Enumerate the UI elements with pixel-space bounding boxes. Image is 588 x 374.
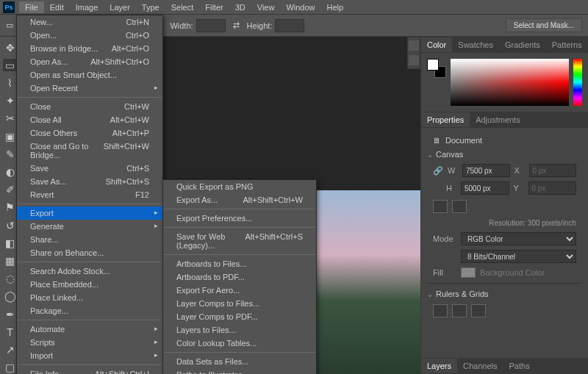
link-icon[interactable]: 🔗 [433, 166, 443, 176]
menu-item[interactable]: Export [17, 206, 162, 220]
tab-gradients[interactable]: Gradients [499, 37, 546, 52]
menu-item[interactable]: Share... [17, 233, 162, 246]
menu-item[interactable]: Search Adobe Stock... [17, 265, 162, 278]
pen-tool-icon[interactable]: ✒ [3, 308, 18, 320]
height-field[interactable] [461, 181, 509, 195]
collapsed-icon[interactable] [409, 55, 419, 65]
heal-tool-icon[interactable]: ◐ [3, 165, 18, 178]
menu-item[interactable]: Open As...Alt+Shift+Ctrl+O [17, 55, 162, 68]
orientation-landscape-icon[interactable] [452, 200, 467, 213]
menu-item[interactable]: Close and Go to Bridge...Shift+Ctrl+W [17, 140, 162, 162]
menu-filter[interactable]: Filter [199, 1, 229, 13]
menu-layer[interactable]: Layer [104, 1, 136, 13]
menu-item[interactable]: Automate [17, 323, 162, 336]
mode-select[interactable]: RGB Color [461, 232, 576, 245]
menu-item[interactable]: Export For Aero... [163, 284, 316, 297]
menu-item[interactable]: Import [17, 349, 162, 362]
canvas-section[interactable]: Canvas [427, 147, 582, 162]
marquee-tool-icon[interactable]: ▭ [3, 59, 18, 71]
lasso-tool-icon[interactable]: ⌇ [3, 76, 18, 89]
menu-item[interactable]: SaveCtrl+S [17, 162, 162, 175]
right-panels: ColorSwatchesGradientsPatterns Propertie… [420, 37, 588, 374]
menu-item[interactable]: Export As...Alt+Shift+Ctrl+W [163, 193, 316, 206]
eyedropper-tool-icon[interactable]: ✎ [3, 148, 18, 160]
menu-item[interactable]: Generate [17, 220, 162, 233]
menu-item[interactable]: Save As...Shift+Ctrl+S [17, 175, 162, 188]
orientation-portrait-icon[interactable] [433, 200, 448, 213]
guides-icon[interactable] [471, 304, 486, 317]
menu-item[interactable]: CloseCtrl+W [17, 100, 162, 113]
menu-item[interactable]: Place Linked... [17, 291, 162, 304]
menu-item[interactable]: Export Preferences... [163, 212, 316, 225]
brush-tool-icon[interactable]: ✐ [3, 184, 18, 196]
tab-channels[interactable]: Channels [457, 359, 503, 373]
path-tool-icon[interactable]: ↗ [3, 343, 18, 356]
x-field[interactable] [529, 164, 577, 177]
type-tool-icon[interactable]: T [3, 326, 18, 338]
height-input[interactable] [275, 19, 304, 32]
menu-edit[interactable]: Edit [44, 1, 70, 13]
tab-adjustments[interactable]: Adjustments [470, 112, 526, 127]
menu-item[interactable]: Layers to Files... [163, 323, 316, 337]
menu-item[interactable]: Quick Export as PNG [163, 180, 316, 193]
move-tool-icon[interactable]: ✥ [3, 41, 18, 54]
stamp-tool-icon[interactable]: ⚑ [3, 201, 18, 214]
menu-item[interactable]: Place Embedded... [17, 278, 162, 291]
menu-item[interactable]: Open...Ctrl+O [17, 29, 162, 42]
menu-item[interactable]: Save for Web (Legacy)...Alt+Shift+Ctrl+S [163, 230, 316, 252]
menu-item[interactable]: Browse in Bridge...Alt+Ctrl+O [17, 42, 162, 55]
menu-image[interactable]: Image [70, 1, 104, 13]
tab-swatches[interactable]: Swatches [452, 37, 499, 52]
blur-tool-icon[interactable]: ◌ [3, 273, 18, 285]
menu-window[interactable]: Window [280, 1, 320, 13]
crop-tool-icon[interactable]: ✂ [3, 112, 18, 125]
width-field[interactable] [462, 164, 510, 177]
menu-file[interactable]: File [19, 1, 44, 13]
menu-select[interactable]: Select [165, 1, 200, 13]
menu-type[interactable]: Type [136, 1, 165, 13]
y-field[interactable] [528, 181, 577, 195]
shape-tool-icon[interactable]: ▢ [3, 362, 18, 374]
color-picker[interactable] [451, 59, 569, 106]
fg-bg-swatch[interactable] [427, 59, 446, 78]
color-panel-tabs: ColorSwatchesGradientsPatterns [421, 37, 588, 53]
tab-paths[interactable]: Paths [503, 359, 536, 373]
menu-item[interactable]: New...Ctrl+N [17, 15, 162, 29]
eraser-tool-icon[interactable]: ◧ [3, 237, 18, 249]
menu-view[interactable]: View [251, 1, 281, 13]
gradient-tool-icon[interactable]: ▦ [3, 254, 18, 267]
menu-item[interactable]: Close AllAlt+Ctrl+W [17, 113, 162, 126]
swap-icon[interactable]: ⇄ [233, 21, 240, 30]
fill-swatch[interactable] [461, 267, 476, 278]
collapsed-icon[interactable] [409, 40, 419, 51]
menu-item[interactable]: Open Recent [17, 82, 162, 95]
hue-slider[interactable] [573, 59, 582, 106]
menu-item[interactable]: Share on Behance... [17, 246, 162, 259]
tab-color[interactable]: Color [421, 37, 452, 52]
frame-tool-icon[interactable]: ▣ [3, 130, 18, 143]
menu-item[interactable]: RevertF12 [17, 188, 162, 201]
resolution-text: Resolution: 300 pixels/inch [427, 216, 582, 230]
history-brush-icon[interactable]: ↺ [3, 219, 18, 231]
menu-3d[interactable]: 3D [229, 1, 251, 13]
menu-item: Artboards to PDF... [163, 270, 316, 284]
collapsed-panels[interactable] [407, 37, 420, 69]
tab-layers[interactable]: Layers [421, 359, 457, 373]
dodge-tool-icon[interactable]: ◯ [3, 290, 18, 303]
wand-tool-icon[interactable]: ✦ [3, 95, 18, 107]
marquee-preset-icon[interactable]: ▭ [6, 21, 13, 30]
width-input[interactable] [196, 19, 226, 32]
bits-select[interactable]: 8 Bits/Channel [461, 250, 576, 263]
tab-patterns[interactable]: Patterns [546, 37, 588, 52]
menu-item[interactable]: Color Lookup Tables... [163, 337, 316, 350]
menu-item[interactable]: File Info...Alt+Shift+Ctrl+I [17, 367, 162, 374]
grid-icon[interactable] [452, 304, 467, 317]
ruler-icon[interactable] [433, 304, 448, 317]
menu-item[interactable]: Scripts [17, 336, 162, 349]
menu-item[interactable]: Open as Smart Object... [17, 68, 162, 82]
tab-properties[interactable]: Properties [421, 112, 470, 127]
select-and-mask-button[interactable]: Select and Mask... [506, 18, 582, 32]
menu-item[interactable]: Paths to Illustrator... [163, 368, 316, 374]
rulers-section[interactable]: Rulers & Grids [427, 287, 582, 301]
menu-help[interactable]: Help [321, 1, 350, 13]
